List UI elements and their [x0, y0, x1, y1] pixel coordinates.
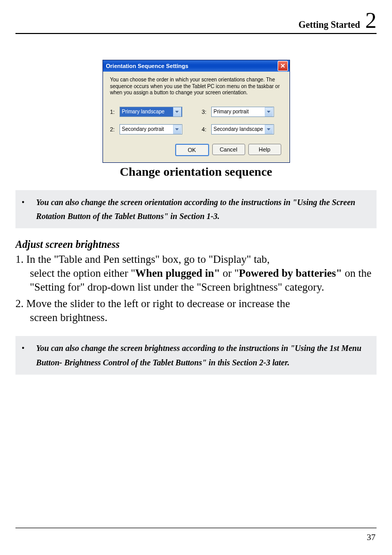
chevron-down-icon — [173, 107, 181, 116]
step-1-line-1: 1. In the "Table and Pen settings" box, … — [15, 253, 377, 266]
note-box-1: • You can also change the screen orienta… — [15, 190, 377, 228]
header-title: Getting Started — [299, 20, 360, 30]
help-button[interactable]: Help — [248, 144, 281, 155]
bullet-icon: • — [22, 195, 36, 223]
label-4: 4: — [202, 126, 211, 132]
combo-3-value: Primary portrait — [212, 107, 265, 116]
close-button[interactable]: ✕ — [278, 61, 288, 71]
bold-powered-by-batteries: Powered by batteries" — [239, 267, 342, 279]
chevron-down-icon — [173, 125, 181, 134]
chevron-down-icon — [265, 107, 273, 116]
combo-1[interactable]: Primary landscape — [120, 107, 182, 117]
chevron-down-icon — [265, 125, 273, 134]
combo-4[interactable]: Secondary landscape — [211, 124, 274, 134]
cancel-button[interactable]: Cancel — [212, 144, 245, 155]
header-chapter-number: 2 — [365, 9, 377, 32]
sequence-row-2: 2: Secondary portrait 4: — [110, 124, 282, 134]
bold-plugged-in: When plugged in" — [135, 267, 220, 279]
close-icon: ✕ — [280, 62, 285, 70]
label-3: 3: — [202, 109, 211, 115]
ok-button[interactable]: OK — [175, 144, 209, 156]
dialog-description: You can choose the order in which your s… — [110, 77, 282, 96]
label-2: 2: — [110, 126, 120, 132]
subheading-brightness: Adjust screen brightness — [15, 239, 377, 250]
dialog-body: You can choose the order in which your s… — [103, 72, 289, 162]
combo-2[interactable]: Secondary portrait — [120, 124, 182, 134]
combo-3[interactable]: Primary portrait — [211, 107, 274, 117]
dialog-titlebar: Orientation Sequence Settings ✕ — [103, 60, 289, 72]
note-box-2: • You can also change the screen brightn… — [15, 336, 377, 374]
step-2-continuation: screen brightness. — [15, 311, 377, 325]
footer-rule — [15, 528, 377, 528]
page-number: 37 — [367, 532, 376, 543]
orientation-sequence-dialog: Orientation Sequence Settings ✕ You can … — [103, 60, 290, 163]
combo-4-value: Secondary landscape — [212, 125, 265, 134]
instructions: 1. In the "Table and Pen settings" box, … — [15, 253, 377, 325]
note-2-text: You can also change the screen brightnes… — [36, 341, 370, 369]
page-header: Getting Started 2 — [15, 9, 377, 34]
dialog-title: Orientation Sequence Settings — [106, 63, 189, 69]
step-1-continuation: select the option either "When plugged i… — [15, 266, 377, 295]
note-1-text: You can also change the screen orientati… — [36, 195, 370, 223]
bullet-icon: • — [22, 341, 36, 369]
figure-caption: Change orientation sequence — [15, 165, 377, 179]
label-1: 1: — [110, 109, 120, 115]
combo-2-value: Secondary portrait — [120, 125, 173, 134]
dialog-button-row: OK Cancel Help — [110, 144, 282, 156]
sequence-row-1: 1: Primary landscape 3: — [110, 107, 282, 117]
step-2-line-1: 2. Move the slider to the left or right … — [15, 297, 377, 311]
combo-1-value: Primary landscape — [120, 107, 173, 116]
step-2: 2. Move the slider to the left or right … — [15, 297, 377, 325]
step-1: 1. In the "Table and Pen settings" box, … — [15, 253, 377, 295]
